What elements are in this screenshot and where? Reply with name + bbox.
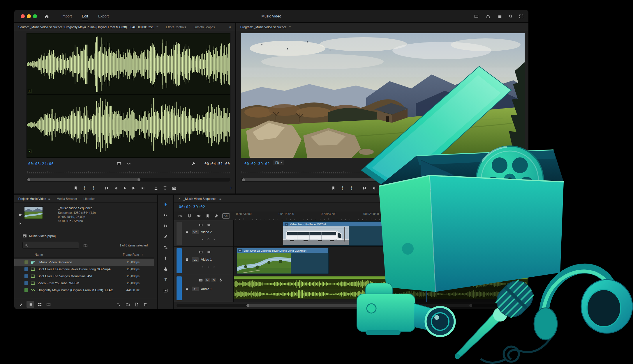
poster-frame-camera-icon[interactable] xyxy=(18,212,23,217)
sync-lock-icon[interactable] xyxy=(198,250,203,254)
tab-lumetri-scopes[interactable]: Lumetri Scopes xyxy=(193,25,215,29)
source-current-time[interactable]: 00:03:24:06 xyxy=(28,161,54,166)
project-row-audio[interactable]: Dragonfly Mayu Puma (Original From M Cra… xyxy=(14,287,154,294)
lift-button[interactable] xyxy=(411,185,417,191)
zoom-knob-left[interactable] xyxy=(27,178,30,181)
next-keyframe-button[interactable] xyxy=(212,265,216,269)
program-zoom-scrollbar[interactable] xyxy=(241,178,525,182)
tab-media-browser[interactable]: Media Browser xyxy=(57,197,77,200)
panel-menu-icon[interactable]: ≡ xyxy=(289,25,291,29)
play-button[interactable] xyxy=(122,185,127,191)
add-keyframe-button[interactable] xyxy=(206,265,210,269)
mark-in-button[interactable]: { xyxy=(82,185,87,191)
label-color-chip[interactable] xyxy=(24,267,28,271)
fx-badge[interactable]: fx xyxy=(238,249,242,252)
insert-button[interactable] xyxy=(153,185,158,191)
program-current-time[interactable]: 00:02:39:02 xyxy=(244,161,270,166)
export-frame-button[interactable] xyxy=(171,185,177,191)
project-row-clip[interactable]: Shot Over The Vosges Mountains .AVI 25,0… xyxy=(14,273,154,280)
go-to-out-button[interactable] xyxy=(398,185,403,191)
close-icon[interactable]: × xyxy=(178,197,181,200)
source-patch-a1[interactable] xyxy=(177,276,182,300)
pen-tool[interactable] xyxy=(158,254,173,262)
column-header-frame-rate[interactable]: Frame Rate xyxy=(123,253,139,256)
track-lock-icon[interactable] xyxy=(185,287,189,291)
fx-badge[interactable]: fx xyxy=(285,223,288,226)
source-patch-v1[interactable] xyxy=(177,248,182,273)
timeline-settings-wrench-button[interactable] xyxy=(213,213,220,219)
minimize-window-button[interactable] xyxy=(27,14,31,18)
track-select-tool[interactable] xyxy=(158,211,173,219)
overwrite-button[interactable] xyxy=(162,185,167,191)
label-color-chip[interactable] xyxy=(24,274,28,278)
tab-source[interactable]: Source: _Music Video Sequence: Dragonfly… xyxy=(18,25,158,29)
tab-import[interactable]: Import xyxy=(61,10,72,23)
project-row-clip[interactable]: Shot Over La Garonne River Drone Long GO… xyxy=(14,266,154,273)
extract-button[interactable] xyxy=(420,185,426,191)
hand-tool[interactable] xyxy=(158,264,173,273)
go-to-out-button[interactable] xyxy=(140,185,145,191)
timeline-current-time[interactable]: 00:02:39:02 xyxy=(179,205,205,209)
tab-effect-controls[interactable]: Effect Controls xyxy=(166,25,186,29)
track-target-badge[interactable]: V2 xyxy=(192,230,199,234)
slip-tool[interactable] xyxy=(158,243,173,252)
source-zoom-scrollbar[interactable] xyxy=(27,178,230,182)
zoom-window-button[interactable] xyxy=(33,14,37,18)
tab-overflow-chevron[interactable]: » xyxy=(229,25,231,29)
layout-toggle-button[interactable] xyxy=(473,13,479,19)
ripple-edit-tool[interactable] xyxy=(158,221,173,230)
home-button[interactable] xyxy=(43,13,50,19)
tab-export[interactable]: Export xyxy=(98,10,109,23)
timeline-scroll-handle[interactable] xyxy=(246,304,472,307)
tab-edit[interactable]: Edit xyxy=(82,10,88,23)
writable-pencil-button[interactable] xyxy=(18,301,24,307)
mute-button[interactable]: M xyxy=(205,278,210,282)
project-row-clip[interactable]: Video From YouTube .WEBM 25,00 fps xyxy=(14,280,154,287)
label-color-chip[interactable] xyxy=(24,288,28,292)
search-input[interactable] xyxy=(30,244,77,247)
type-tool[interactable]: T xyxy=(158,275,173,284)
icon-view-button[interactable] xyxy=(36,301,43,307)
button-editor-plus[interactable]: + xyxy=(230,185,232,190)
new-bin-button[interactable] xyxy=(124,301,131,307)
tab-project[interactable]: Project: Music Video ≡ xyxy=(18,197,50,200)
add-marker-button[interactable] xyxy=(331,185,336,191)
button-editor-plus[interactable]: + xyxy=(523,185,526,190)
sync-lock-icon[interactable] xyxy=(198,278,203,283)
program-zoom-handle[interactable] xyxy=(242,178,440,181)
zoom-knob-right[interactable] xyxy=(469,304,472,307)
zoom-knob-right[interactable] xyxy=(137,178,140,181)
share-button[interactable] xyxy=(485,13,491,19)
linked-selection-button[interactable] xyxy=(195,213,202,219)
source-settings-wrench-button[interactable] xyxy=(190,161,197,166)
tab-timeline-sequence[interactable]: _Music Video Sequence xyxy=(184,197,216,200)
track-name[interactable]: Audio 1 xyxy=(201,287,212,291)
snap-magnet-button[interactable] xyxy=(186,213,193,219)
project-row-sequence[interactable]: _Music Video Sequence 25,00 fps xyxy=(14,259,154,266)
delete-button[interactable] xyxy=(142,301,148,307)
mark-out-button[interactable]: } xyxy=(91,185,96,191)
column-header-name[interactable]: Name xyxy=(35,253,43,256)
source-time-ruler[interactable] xyxy=(27,169,230,173)
drag-video-only-icon[interactable] xyxy=(116,161,122,166)
search-button[interactable] xyxy=(507,13,514,19)
go-to-in-button[interactable] xyxy=(362,185,367,191)
captions-button[interactable]: CC xyxy=(222,213,230,219)
label-color-chip[interactable] xyxy=(24,260,28,264)
clip-video-from-youtube[interactable]: fx Video From YouTube .WEBM xyxy=(283,221,490,246)
preview-play-button[interactable] xyxy=(18,221,22,225)
step-forward-button[interactable] xyxy=(131,185,136,191)
solo-button[interactable]: S xyxy=(211,278,216,282)
razor-tool[interactable] xyxy=(158,232,173,241)
drag-audio-only-icon[interactable] xyxy=(126,161,132,166)
step-back-button[interactable] xyxy=(371,185,376,191)
add-keyframe-button[interactable] xyxy=(206,237,210,241)
source-zoom-handle[interactable] xyxy=(27,178,140,181)
timeline-time-ruler[interactable]: 00:00:30:00 00:01:00:00 00:01:30:00 00:0… xyxy=(234,212,529,220)
nest-sequence-button[interactable] xyxy=(177,213,184,219)
next-keyframe-button[interactable] xyxy=(212,237,216,241)
mark-in-button[interactable]: { xyxy=(340,185,345,191)
program-time-ruler[interactable] xyxy=(241,169,525,173)
sync-lock-icon[interactable] xyxy=(198,223,203,227)
fullscreen-button[interactable] xyxy=(518,13,524,19)
